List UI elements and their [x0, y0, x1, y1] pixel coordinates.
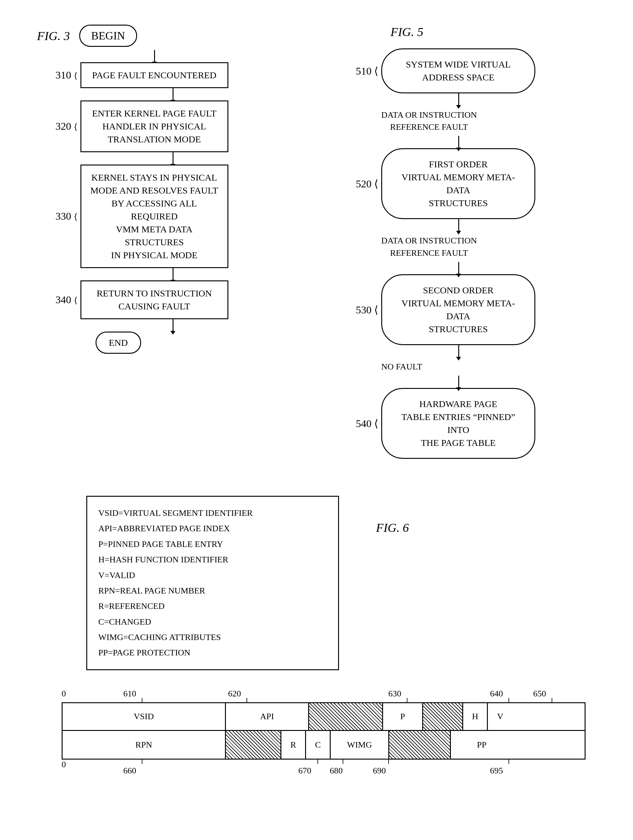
fig5-510-oval: SYSTEM WIDE VIRTUALADDRESS SPACE — [381, 48, 535, 93]
arrow-520-text2 — [354, 219, 459, 231]
tick-640 — [508, 698, 509, 702]
end-oval: END — [96, 332, 141, 354]
arrow-320-330 — [55, 152, 174, 164]
fig5-connector2: DATA OR INSTRUCTIONREFERENCE FAULT — [354, 235, 477, 259]
fig5-530-oval: SECOND ORDERVIRTUAL MEMORY META-DATASTRU… — [381, 274, 535, 345]
tick-695 — [508, 759, 509, 764]
tick-670 — [317, 759, 318, 764]
tick-690 — [388, 759, 389, 764]
fig6-row2: RPN R C WIMG PP — [63, 731, 585, 759]
fig6-top-area: VSID=VIRTUAL SEGMENT IDENTIFIER API=ABBR… — [43, 496, 590, 682]
fig6-table-area: 0 610 620 630 640 650 — [43, 689, 590, 778]
fig5-530-label: 530 ⟨ — [354, 303, 378, 316]
cell-api: API — [226, 703, 309, 730]
label-610: 610 — [123, 689, 136, 699]
fig6-title: FIG. 6 — [376, 521, 409, 535]
step-310-box: PAGE FAULT ENCOUNTERED — [81, 62, 228, 88]
cell-filler2 — [513, 731, 585, 759]
cell-hatch1a — [309, 703, 383, 730]
tick-620 — [246, 698, 247, 702]
fig6-section: VSID=VIRTUAL SEGMENT IDENTIFIER API=ABBR… — [25, 489, 608, 784]
tick-660 — [142, 759, 142, 764]
label-695: 695 — [490, 766, 503, 775]
label-650: 650 — [533, 689, 546, 699]
cell-rpn: RPN — [63, 731, 226, 759]
cell-p: P — [383, 703, 423, 730]
step-330-row: 330 ⟨ KERNEL STAYS IN PHYSICALMODE AND R… — [55, 164, 304, 268]
step-310-row: 310 ⟨ PAGE FAULT ENCOUNTERED — [55, 62, 304, 88]
fig5-520-label: 520 ⟨ — [354, 177, 378, 190]
cell-r: R — [281, 731, 306, 759]
label-640: 640 — [490, 689, 503, 699]
tick-680 — [343, 759, 343, 764]
arrow-330-340 — [55, 268, 174, 280]
cell-hatch2b — [389, 731, 451, 759]
label-620: 620 — [228, 689, 241, 699]
fig5-530-row: 530 ⟨ SECOND ORDERVIRTUAL MEMORY META-DA… — [354, 274, 596, 345]
top-section: FIG. 3 BEGIN 310 ⟨ PAGE FAULT ENCOUNTERE… — [25, 19, 608, 465]
fig6-bottom-labels: 0 660 670 680 690 695 — [62, 759, 586, 778]
page: FIG. 3 BEGIN 310 ⟨ PAGE FAULT ENCOUNTERE… — [0, 0, 633, 840]
fig6-legend: VSID=VIRTUAL SEGMENT IDENTIFIER API=ABBR… — [86, 496, 339, 670]
step-320-box: ENTER KERNEL PAGE FAULTHANDLER IN PHYSIC… — [81, 101, 228, 152]
cell-h: H — [463, 703, 488, 730]
cell-c: C — [306, 731, 331, 759]
step-320-row: 320 ⟨ ENTER KERNEL PAGE FAULTHANDLER IN … — [55, 101, 304, 152]
arrow-310-320 — [55, 88, 174, 101]
fig5-520-row: 520 ⟨ FIRST ORDERVIRTUAL MEMORY META-DAT… — [354, 148, 596, 219]
arrow-text3-540 — [354, 376, 459, 388]
step-330-label: 330 ⟨ — [55, 210, 77, 222]
step-340-label: 340 ⟨ — [55, 294, 77, 306]
fig6-row1: VSID API P H V — [63, 703, 585, 731]
begin-oval: BEGIN — [79, 25, 137, 47]
cell-hatch2a — [226, 731, 281, 759]
label-630: 630 — [388, 689, 401, 699]
cell-filler1 — [513, 703, 585, 730]
cell-wimg: WIMG — [331, 731, 389, 759]
fig6-legend-text: VSID=VIRTUAL SEGMENT IDENTIFIER API=ABBR… — [98, 505, 327, 661]
step-310-label: 310 ⟨ — [55, 69, 77, 81]
fig5-540-row: 540 ⟨ HARDWARE PAGETABLE ENTRIES “PINNED… — [354, 388, 596, 459]
fig5-container: FIG. 5 510 ⟨ SYSTEM WIDE VIRTUALADDRESS … — [317, 19, 608, 465]
tick-630 — [407, 698, 407, 702]
cell-hatch1b — [423, 703, 463, 730]
label-680: 680 — [330, 766, 343, 775]
fig5-connector1: DATA OR INSTRUCTIONREFERENCE FAULT — [354, 109, 477, 133]
arrow-340-end — [55, 319, 174, 332]
fig5-connector3: NO FAULT — [354, 360, 422, 373]
fig3-flowchart: 310 ⟨ PAGE FAULT ENCOUNTERED 320 ⟨ ENTER… — [37, 50, 304, 354]
end-oval-row: END — [55, 332, 141, 354]
label-690: 690 — [373, 766, 386, 775]
fig5-510-label: 510 ⟨ — [354, 65, 378, 77]
fig3-label: FIG. 3 — [37, 28, 70, 43]
fig6-table: VSID API P H V RPN R C WIMG — [62, 702, 586, 759]
fig6-top-labels: 0 610 620 630 640 650 — [62, 689, 586, 702]
arrow-text2-530 — [354, 262, 459, 274]
label-660: 660 — [123, 766, 136, 775]
arrow-530-text3 — [354, 345, 459, 357]
arrow-510-text1 — [354, 93, 459, 106]
zero-bottom-left: 0 — [62, 759, 66, 769]
arrow-text1-520 — [354, 136, 459, 148]
step-340-row: 340 ⟨ RETURN TO INSTRUCTIONCAUSING FAULT — [55, 280, 304, 319]
fig3-title: FIG. 3 BEGIN — [37, 25, 304, 47]
step-320-label: 320 ⟨ — [55, 120, 77, 132]
cell-v: V — [488, 703, 513, 730]
cell-pp: PP — [451, 731, 513, 759]
fig5-510-row: 510 ⟨ SYSTEM WIDE VIRTUALADDRESS SPACE — [354, 48, 596, 93]
tick-610 — [142, 698, 142, 702]
fig3-container: FIG. 3 BEGIN 310 ⟨ PAGE FAULT ENCOUNTERE… — [25, 19, 317, 465]
arrow-begin-310 — [55, 50, 155, 62]
tick-650 — [552, 698, 552, 702]
fig5-520-oval: FIRST ORDERVIRTUAL MEMORY META-DATASTRUC… — [381, 148, 535, 219]
zero-top-left: 0 — [62, 689, 66, 699]
cell-vsid: VSID — [63, 703, 226, 730]
fig5-540-oval: HARDWARE PAGETABLE ENTRIES “PINNED” INTO… — [381, 388, 535, 459]
step-330-box: KERNEL STAYS IN PHYSICALMODE AND RESOLVE… — [81, 164, 228, 268]
fig5-540-label: 540 ⟨ — [354, 417, 378, 429]
fig5-flowchart: 510 ⟨ SYSTEM WIDE VIRTUALADDRESS SPACE D… — [329, 48, 596, 459]
fig5-title: FIG. 5 — [329, 25, 596, 39]
label-670: 670 — [298, 766, 311, 775]
step-340-box: RETURN TO INSTRUCTIONCAUSING FAULT — [81, 280, 228, 319]
